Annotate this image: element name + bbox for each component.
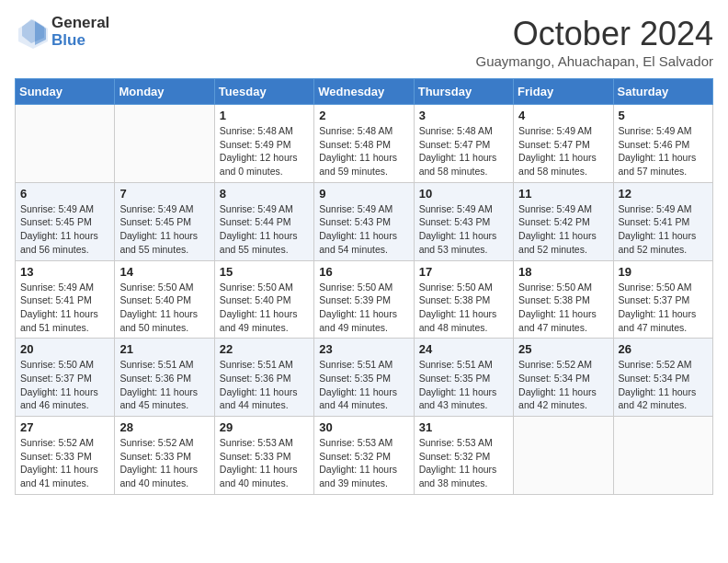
page-header: General Blue October 2024 Guaymango, Ahu… [15,15,713,69]
cell-line: Sunset: 5:48 PM [319,138,408,152]
cell-line: Sunrise: 5:52 AM [518,358,608,372]
cell-line: and 53 minutes. [419,243,508,257]
cell-line: Sunset: 5:42 PM [518,215,608,229]
day-number: 5 [619,109,708,122]
cell-info: Sunrise: 5:52 AMSunset: 5:34 PMDaylight:… [518,358,608,412]
cell-line: Sunset: 5:44 PM [220,215,309,229]
cell-line: Sunrise: 5:52 AM [619,358,708,372]
cell-line: and 54 minutes. [319,243,408,257]
cell-line: Daylight: 11 hours [20,463,109,477]
calendar-cell: 10Sunrise: 5:49 AMSunset: 5:43 PMDayligh… [414,182,513,260]
weekday-header-monday: Monday [115,79,214,105]
cell-line: and 52 minutes. [619,243,708,257]
calendar-cell: 5Sunrise: 5:49 AMSunset: 5:46 PMDaylight… [613,105,712,183]
day-number: 20 [20,342,109,356]
day-number: 16 [319,265,408,279]
cell-line: and 57 minutes. [619,165,708,178]
cell-line: Sunset: 5:35 PM [419,372,508,385]
calendar-cell: 24Sunrise: 5:51 AMSunset: 5:35 PMDayligh… [414,339,513,417]
cell-line: Sunset: 5:33 PM [119,450,209,464]
day-number: 1 [220,109,309,122]
cell-line: Sunrise: 5:49 AM [20,202,109,216]
day-number: 25 [518,342,608,356]
cell-line: Sunrise: 5:49 AM [119,202,209,216]
cell-line: Daylight: 11 hours [419,385,508,399]
calendar-cell: 19Sunrise: 5:50 AMSunset: 5:37 PMDayligh… [613,260,712,339]
cell-line: and 56 minutes. [20,243,109,257]
calendar-cell [514,417,613,495]
calendar-cell: 7Sunrise: 5:49 AMSunset: 5:45 PMDaylight… [115,182,214,260]
cell-line: Daylight: 11 hours [319,385,408,399]
weekday-header-sunday: Sunday [16,79,115,105]
cell-line: Sunset: 5:36 PM [220,372,309,385]
calendar-header-row: SundayMondayTuesdayWednesdayThursdayFrid… [16,79,713,105]
cell-line: Daylight: 11 hours [119,307,209,321]
cell-info: Sunrise: 5:49 AMSunset: 5:45 PMDaylight:… [20,202,109,257]
cell-line: and 58 minutes. [518,165,608,178]
cell-line: Sunrise: 5:49 AM [518,124,608,138]
weekday-header-friday: Friday [514,79,613,105]
cell-line: Sunset: 5:47 PM [419,138,508,152]
cell-line: and 44 minutes. [220,398,309,412]
cell-line: Daylight: 11 hours [518,151,608,165]
cell-line: Sunset: 5:39 PM [319,293,408,307]
cell-line: and 48 minutes. [419,321,508,335]
cell-line: and 39 minutes. [319,477,408,490]
day-number: 7 [119,187,209,201]
cell-info: Sunrise: 5:49 AMSunset: 5:44 PMDaylight:… [220,202,309,257]
cell-line: Daylight: 11 hours [20,385,109,399]
cell-line: and 46 minutes. [20,398,109,412]
cell-line: Sunrise: 5:52 AM [20,436,109,450]
calendar-cell: 11Sunrise: 5:49 AMSunset: 5:42 PMDayligh… [514,182,613,260]
day-number: 8 [220,187,309,201]
calendar-cell: 22Sunrise: 5:51 AMSunset: 5:36 PMDayligh… [214,339,313,417]
cell-line: Sunrise: 5:53 AM [419,436,508,450]
cell-line: and 50 minutes. [119,321,209,335]
cell-info: Sunrise: 5:49 AMSunset: 5:43 PMDaylight:… [319,202,408,257]
cell-line: and 44 minutes. [319,398,408,412]
cell-line: Sunset: 5:32 PM [419,450,508,464]
cell-line: Sunset: 5:35 PM [319,372,408,385]
cell-line: Sunset: 5:37 PM [619,293,708,307]
calendar-cell: 14Sunrise: 5:50 AMSunset: 5:40 PMDayligh… [115,260,214,339]
title-block: October 2024 Guaymango, Ahuachapan, El S… [475,15,713,69]
calendar-cell: 6Sunrise: 5:49 AMSunset: 5:45 PMDaylight… [16,182,115,260]
calendar-cell: 30Sunrise: 5:53 AMSunset: 5:32 PMDayligh… [314,417,414,495]
day-number: 3 [419,109,508,122]
logo-text: General Blue [51,15,109,49]
day-number: 14 [119,265,209,279]
day-number: 15 [220,265,309,279]
cell-line: and 51 minutes. [20,321,109,335]
cell-line: and 40 minutes. [220,477,309,490]
cell-line: Daylight: 11 hours [619,229,708,243]
cell-line: Daylight: 11 hours [319,151,408,165]
calendar-cell: 2Sunrise: 5:48 AMSunset: 5:48 PMDaylight… [314,105,414,183]
cell-line: Sunset: 5:34 PM [518,372,608,385]
cell-line: and 52 minutes. [518,243,608,257]
day-number: 9 [319,187,408,201]
cell-line: Sunset: 5:41 PM [20,293,109,307]
cell-line: Sunrise: 5:49 AM [619,202,708,216]
cell-line: Daylight: 11 hours [319,307,408,321]
day-number: 17 [419,265,508,279]
cell-line: and 47 minutes. [518,321,608,335]
day-number: 30 [319,420,408,434]
calendar-cell: 21Sunrise: 5:51 AMSunset: 5:36 PMDayligh… [115,339,214,417]
calendar-body: 1Sunrise: 5:48 AMSunset: 5:49 PMDaylight… [16,105,713,495]
calendar-cell: 12Sunrise: 5:49 AMSunset: 5:41 PMDayligh… [613,182,712,260]
cell-line: Daylight: 11 hours [518,307,608,321]
cell-line: Sunset: 5:33 PM [220,450,309,464]
cell-info: Sunrise: 5:52 AMSunset: 5:33 PMDaylight:… [119,436,209,490]
day-number: 11 [518,187,608,201]
cell-line: Sunrise: 5:49 AM [220,202,309,216]
cell-line: Sunset: 5:37 PM [20,372,109,385]
cell-info: Sunrise: 5:51 AMSunset: 5:35 PMDaylight:… [319,358,408,412]
cell-info: Sunrise: 5:50 AMSunset: 5:38 PMDaylight:… [419,281,508,335]
location: Guaymango, Ahuachapan, El Salvador [475,53,713,69]
calendar-week-1: 1Sunrise: 5:48 AMSunset: 5:49 PMDaylight… [16,105,713,183]
cell-line: Sunrise: 5:53 AM [220,436,309,450]
cell-line: Daylight: 11 hours [319,229,408,243]
cell-line: Sunrise: 5:51 AM [419,358,508,372]
cell-line: Sunrise: 5:48 AM [419,124,508,138]
cell-line: Daylight: 11 hours [419,463,508,477]
